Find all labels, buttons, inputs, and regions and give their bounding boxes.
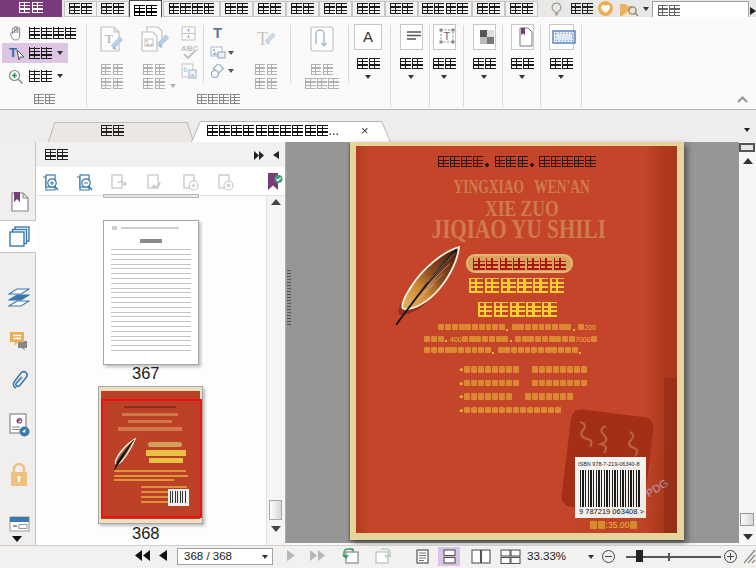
svg-text:b: b xyxy=(184,66,188,73)
svg-text:T: T xyxy=(444,30,451,42)
svg-text:T: T xyxy=(105,32,113,46)
